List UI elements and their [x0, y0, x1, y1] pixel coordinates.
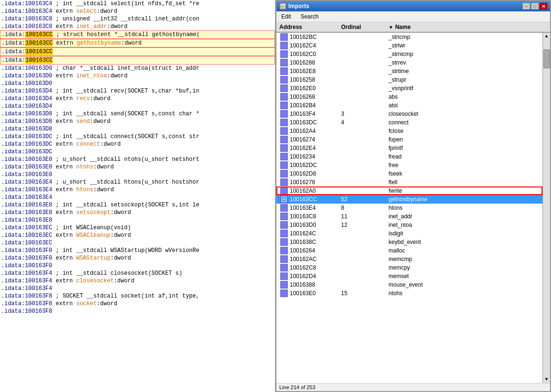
table-row[interactable]: 100162DC free — [276, 161, 542, 169]
imports-menubar: Edit Search — [276, 11, 550, 22]
row-address-text: 10016278 — [290, 178, 315, 187]
row-name: connect — [386, 118, 542, 127]
row-address: 100162E8 — [276, 67, 338, 75]
imports-titlebar[interactable]: 🪟 Imports ─ □ ✕ — [276, 1, 550, 11]
import-icon — [280, 59, 288, 66]
table-row[interactable]: 100163E0 15 ntohs — [276, 289, 542, 298]
row-address: 100162BC — [276, 33, 338, 41]
table-row[interactable]: 10016258 _strupr — [276, 75, 542, 84]
disasm-addr-text: .idata:100163E0 — [1, 171, 52, 178]
row-address-text: 100162A4 — [290, 127, 316, 135]
disasm-line: .idata:100163CC — [0, 47, 275, 56]
header-address: Address — [276, 24, 338, 30]
menu-search[interactable]: Search — [298, 12, 322, 21]
disasm-line: .idata:100163D8 extrn send:dword — [0, 118, 275, 125]
table-row[interactable]: 10016268 abs — [276, 93, 542, 101]
row-icon-wrapper — [279, 144, 290, 152]
disasm-addr-text: .idata:100163CC — [1, 57, 53, 64]
table-row[interactable]: 10016388 mouse_event — [276, 280, 542, 289]
imports-table-body[interactable]: 100162BC _stricmp 100162C4 _strlwr — [276, 33, 542, 383]
import-icon — [280, 178, 288, 186]
maximize-button[interactable]: □ — [531, 3, 539, 9]
table-row[interactable]: 100162D8 fseek — [276, 169, 542, 178]
table-row[interactable]: 100162C8 memcpy — [276, 263, 542, 272]
import-icon — [280, 289, 288, 297]
disasm-scroll-area[interactable]: .idata:100163C4 ; int __stdcall select(i… — [0, 0, 275, 392]
disasm-addr-text: .idata:100163D0 — [1, 65, 52, 72]
row-address: 100162D8 — [276, 169, 338, 178]
disasm-line: .idata:100163E4 ; u_short __stdcall hton… — [0, 178, 275, 186]
table-row[interactable]: 1001624C isdigit — [276, 229, 542, 238]
row-name: fseek — [386, 169, 542, 178]
import-icon — [280, 67, 288, 75]
import-icon — [280, 153, 288, 160]
imports-scrollbar[interactable]: ▲ ▼ — [542, 33, 550, 383]
scrollbar-thumb[interactable] — [543, 49, 550, 68]
disasm-line: .idata:100163EC — [0, 239, 275, 247]
menu-edit[interactable]: Edit — [278, 12, 294, 21]
row-icon-wrapper — [279, 230, 290, 237]
table-row[interactable]: 100162E8 _strtime — [276, 67, 542, 75]
titlebar-controls[interactable]: ─ □ ✕ — [522, 3, 547, 9]
table-row[interactable]: 100162A4 fclose — [276, 127, 542, 135]
row-address-text: 100163E0 — [290, 289, 316, 298]
row-address: 100163E0 — [276, 289, 338, 298]
disasm-ref: connect — [76, 141, 100, 148]
minimize-button[interactable]: ─ — [522, 3, 530, 9]
disasm-line: .idata:100163C8 ; unsigned __int32 __std… — [0, 15, 275, 23]
import-icon — [280, 127, 288, 135]
imports-status-bar: Line 214 of 253 — [276, 383, 550, 391]
row-icon-wrapper — [279, 110, 290, 118]
row-icon-wrapper — [279, 247, 290, 254]
table-row[interactable]: 100163E4 8 htons — [276, 204, 542, 212]
table-row[interactable]: 100162D4 memset — [276, 272, 542, 280]
status-text: Line 214 of 253 — [279, 384, 315, 390]
table-row[interactable]: 100162C0 _strnicmp — [276, 50, 542, 58]
row-address: 100163C8 — [276, 212, 338, 221]
disasm-line: .idata:100163D0 ; char *__stdcall inet_n… — [0, 65, 275, 72]
row-address-text: 10016264 — [290, 246, 315, 255]
disasm-line: .idata:100163E0 — [0, 171, 275, 178]
disasm-line: .idata:100163D8 — [0, 125, 275, 133]
table-row[interactable]: 10016288 _strrev — [276, 58, 542, 67]
table-row[interactable]: 100163CC 52 gethostbyname — [276, 195, 542, 204]
table-row[interactable]: 100162C4 _strlwr — [276, 41, 542, 50]
row-icon-wrapper — [279, 272, 290, 280]
table-row[interactable]: 100162BC _stricmp — [276, 33, 542, 41]
row-ordinal: 8 — [338, 204, 386, 212]
table-row[interactable]: 100162B4 atoi — [276, 101, 542, 110]
table-row[interactable]: 100163C8 11 inet_addr — [276, 212, 542, 221]
row-address: 10016258 — [276, 75, 338, 84]
row-icon-wrapper — [279, 50, 290, 58]
import-icon — [280, 161, 288, 169]
table-row[interactable]: 100162A0 fwrite — [276, 187, 542, 195]
table-row[interactable]: 100163D0 12 inet_ntoa — [276, 221, 542, 229]
table-row[interactable]: 10016278 ftell — [276, 178, 542, 187]
row-address-text: 100162E8 — [290, 67, 316, 75]
table-row[interactable]: 10016274 fopen — [276, 135, 542, 144]
table-row[interactable]: 100163DC 4 connect — [276, 118, 542, 127]
row-icon-wrapper — [279, 33, 290, 41]
row-address-text: 100163F4 — [290, 110, 315, 118]
import-icon — [280, 119, 288, 126]
table-row[interactable]: 100162E4 fprintf — [276, 144, 542, 152]
close-button[interactable]: ✕ — [540, 3, 547, 9]
disasm-line: .idata:100163C4 extrn select:dword — [0, 8, 275, 15]
table-row[interactable]: 10016234 fread — [276, 152, 542, 161]
disassembly-pane[interactable]: .idata:100163C4 ; int __stdcall select(i… — [0, 0, 276, 392]
disasm-line: .idata:100163DC — [0, 148, 275, 156]
row-address: 100162A0 — [276, 187, 338, 195]
import-icon — [280, 230, 288, 237]
disasm-ref: WSACleanup — [76, 232, 110, 239]
table-row[interactable]: 100162AC memcmp — [276, 255, 542, 263]
table-row[interactable]: 10016264 malloc — [276, 246, 542, 255]
table-row[interactable]: 1001638C keybd_event — [276, 238, 542, 246]
disasm-addr-text: .idata:100163F0 — [1, 262, 52, 269]
sort-arrow-icon: ▼ — [389, 25, 393, 30]
import-icon — [280, 204, 288, 212]
table-row[interactable]: 100163F4 3 closesocket — [276, 110, 542, 118]
table-row[interactable]: 100162E0 _vsnprintf — [276, 84, 542, 93]
import-icon — [280, 84, 288, 92]
row-address-text: 100162C8 — [290, 263, 316, 272]
disasm-addr-text: .idata:100163C4 — [1, 0, 52, 7]
